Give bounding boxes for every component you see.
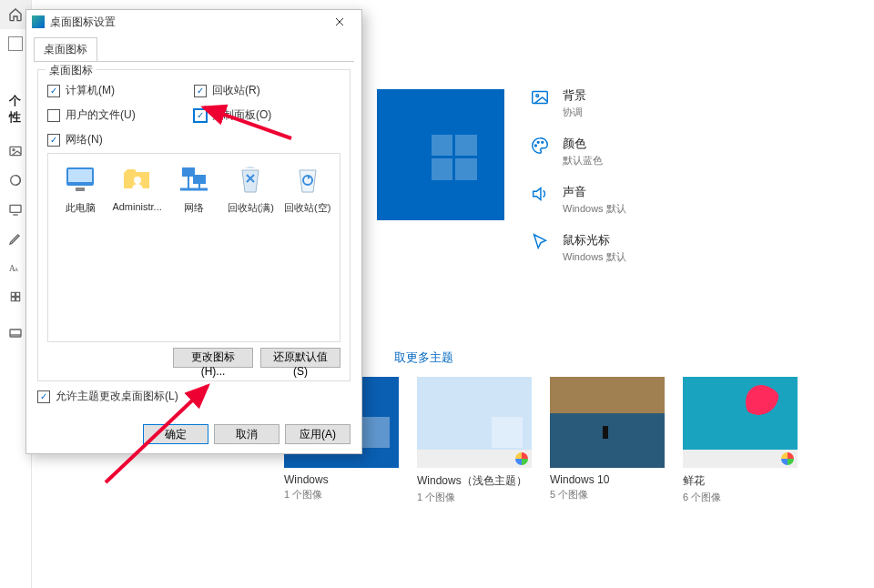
row-title: 背景 xyxy=(563,87,586,104)
close-icon xyxy=(335,17,344,26)
more-themes-link[interactable]: 取更多主题 xyxy=(394,350,453,366)
icon-label: 回收站(空) xyxy=(281,201,334,215)
theme-count: 6 个图像 xyxy=(683,491,798,504)
icon-item-network[interactable]: 网络 xyxy=(168,163,220,215)
recycle-full-icon xyxy=(234,163,267,196)
icon-item-recycle-full[interactable]: 回收站(满) xyxy=(224,163,277,215)
check-label: 控制面板(O) xyxy=(212,107,271,123)
dialog-tabstrip: 桌面图标 xyxy=(26,34,361,61)
dialog-titlebar[interactable]: 桌面图标设置 xyxy=(26,10,361,34)
group-desktop-icons: 桌面图标 ✓计算机(M) ✓回收站(R) 用户的文件(U) ✓控制面板(O) ✓… xyxy=(37,69,351,381)
icon-label: 网络 xyxy=(168,201,220,215)
ok-button[interactable]: 确定 xyxy=(143,424,208,444)
settings-row-background[interactable]: 背景协调 xyxy=(530,87,626,119)
svg-rect-7 xyxy=(16,292,20,296)
check-label: 回收站(R) xyxy=(212,83,260,98)
theme-thumb xyxy=(417,377,532,468)
svg-rect-19 xyxy=(76,188,85,191)
group-title: 桌面图标 xyxy=(46,63,97,78)
desktop-icon-settings-dialog: 桌面图标设置 桌面图标 桌面图标 ✓计算机(M) ✓回收站(R) 用户的文件(U… xyxy=(25,9,362,454)
row-title: 鼠标光标 xyxy=(563,232,626,248)
theme-card[interactable]: Windows 10 5 个图像 xyxy=(550,377,665,504)
change-icon-button[interactable]: 更改图标(H)... xyxy=(173,348,253,368)
theme-thumb xyxy=(683,377,798,468)
icon-label: 回收站(满) xyxy=(224,201,277,215)
row-sub: 默认蓝色 xyxy=(563,154,603,167)
this-pc-icon xyxy=(64,163,97,196)
theme-thumb xyxy=(550,377,665,468)
row-title: 声音 xyxy=(563,184,626,200)
color-dot-icon xyxy=(781,452,794,465)
svg-rect-9 xyxy=(16,298,20,301)
svg-rect-3 xyxy=(10,205,21,212)
svg-rect-6 xyxy=(11,292,15,296)
row-sub: 协调 xyxy=(563,106,586,119)
settings-row-sounds[interactable]: 声音Windows 默认 xyxy=(530,184,626,216)
icon-label: Administr... xyxy=(111,201,164,212)
theme-name: 鲜花 xyxy=(683,473,798,489)
icon-label: 此电脑 xyxy=(54,201,107,215)
theme-count: 5 个图像 xyxy=(550,488,665,502)
picture-icon xyxy=(530,87,552,109)
apply-button[interactable]: 应用(A) xyxy=(285,424,351,444)
close-button[interactable] xyxy=(323,13,356,31)
check-label: 用户的文件(U) xyxy=(66,107,136,123)
svg-point-16 xyxy=(542,141,544,143)
theme-name: Windows xyxy=(284,473,399,486)
search-glyph xyxy=(8,36,23,51)
dialog-title-text: 桌面图标设置 xyxy=(50,15,116,30)
theme-name: Windows（浅色主题） xyxy=(417,473,532,489)
cursor-icon xyxy=(530,232,552,254)
dialog-icon xyxy=(32,15,45,28)
svg-text:A: A xyxy=(15,267,19,272)
dialog-body: 桌面图标 ✓计算机(M) ✓回收站(R) 用户的文件(U) ✓控制面板(O) ✓… xyxy=(34,61,354,415)
svg-point-15 xyxy=(537,141,539,143)
svg-rect-21 xyxy=(182,167,195,177)
row-sub: Windows 默认 xyxy=(563,250,626,264)
svg-rect-22 xyxy=(193,175,206,184)
check-user-files[interactable]: 用户的文件(U) xyxy=(47,107,194,123)
check-control-panel[interactable]: ✓控制面板(O) xyxy=(194,107,340,123)
user-folder-icon xyxy=(121,163,154,196)
check-network[interactable]: ✓网络(N) xyxy=(47,132,194,147)
theme-name: Windows 10 xyxy=(550,473,665,486)
check-computer[interactable]: ✓计算机(M) xyxy=(47,83,194,98)
svg-point-13 xyxy=(536,95,539,97)
row-title: 颜色 xyxy=(563,136,603,152)
svg-rect-0 xyxy=(10,147,21,155)
icon-preview-list[interactable]: 此电脑 Administr... 网络 回收站(满) 回收站(空) xyxy=(47,153,340,342)
icon-item-user[interactable]: Administr... xyxy=(111,163,164,212)
windows-logo-glyph xyxy=(432,135,477,180)
check-recycle-bin[interactable]: ✓回收站(R) xyxy=(194,83,340,98)
svg-point-20 xyxy=(134,177,141,184)
check-allow-themes[interactable]: ✓允许主题更改桌面图标(L) xyxy=(37,389,351,404)
svg-rect-12 xyxy=(533,92,548,104)
theme-card[interactable]: Windows（浅色主题） 1 个图像 xyxy=(417,377,532,504)
settings-list: 背景协调 颜色默认蓝色 声音Windows 默认 鼠标光标Windows 默认 xyxy=(530,87,626,280)
svg-rect-10 xyxy=(10,329,21,337)
svg-point-1 xyxy=(13,149,15,151)
svg-point-14 xyxy=(535,145,537,147)
row-sub: Windows 默认 xyxy=(563,202,626,216)
svg-rect-18 xyxy=(68,169,92,182)
icon-item-this-pc[interactable]: 此电脑 xyxy=(54,163,107,215)
theme-preview xyxy=(377,89,504,220)
palette-icon xyxy=(530,136,552,157)
tab-desktop-icons[interactable]: 桌面图标 xyxy=(34,37,97,61)
settings-row-cursor[interactable]: 鼠标光标Windows 默认 xyxy=(530,232,626,264)
settings-row-colors[interactable]: 颜色默认蓝色 xyxy=(530,136,626,167)
icon-item-recycle-empty[interactable]: 回收站(空) xyxy=(281,163,334,215)
theme-count: 1 个图像 xyxy=(417,491,532,504)
theme-card[interactable]: 鲜花 6 个图像 xyxy=(683,377,798,504)
svg-rect-8 xyxy=(11,298,15,301)
check-label: 允许主题更改桌面图标(L) xyxy=(56,389,178,404)
color-dot-icon xyxy=(515,452,528,465)
network-icon xyxy=(178,163,210,196)
speaker-icon xyxy=(530,184,552,206)
recycle-empty-icon xyxy=(291,163,324,196)
check-label: 计算机(M) xyxy=(66,83,115,98)
theme-count: 1 个图像 xyxy=(284,488,399,502)
dialog-footer: 确定 取消 应用(A) xyxy=(26,415,361,453)
cancel-button[interactable]: 取消 xyxy=(214,424,279,444)
restore-defaults-button[interactable]: 还原默认值(S) xyxy=(260,348,340,368)
